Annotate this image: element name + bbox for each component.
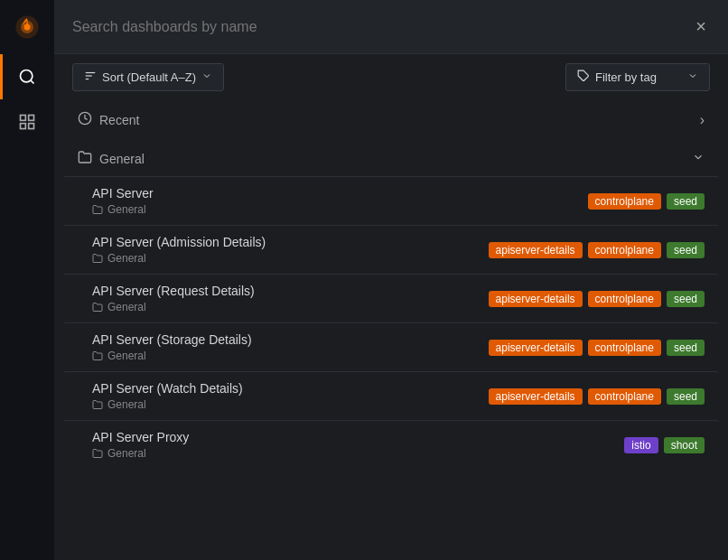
grafana-logo (9, 9, 45, 45)
dashboard-title: API Server (Request Details) (92, 284, 255, 298)
folder-small-icon (92, 302, 103, 313)
folder-icon (78, 150, 92, 167)
recent-label: Recent (99, 113, 139, 127)
tag: apiserver-details (489, 291, 583, 307)
dashboard-folder: General (92, 203, 154, 216)
dashboard-title: API Server (Watch Details) (92, 381, 243, 396)
filter-by-tag-button[interactable]: Filter by tag (565, 63, 710, 91)
tag: seed (667, 340, 705, 356)
item-info: API Server (Watch Details) General (92, 381, 243, 411)
svg-rect-6 (29, 116, 34, 121)
general-chevron-icon (692, 151, 705, 166)
search-header: × (54, 0, 728, 54)
tag: controlplane (588, 340, 661, 356)
dashboard-item[interactable]: API Server (Storage Details) General api… (63, 322, 719, 371)
filter-chevron-icon (687, 70, 698, 84)
sidebar-item-dashboards[interactable] (0, 99, 54, 145)
sort-icon (84, 70, 97, 85)
item-tags: apiserver-detailscontrolplaneseed (489, 242, 705, 258)
tag: controlplane (588, 193, 661, 210)
dashboard-folder: General (92, 447, 189, 460)
svg-point-3 (21, 70, 33, 82)
general-label: General (99, 152, 145, 166)
dashboard-list: API Server General controlplaneseed API … (63, 176, 719, 469)
general-section: General API Server General controlplanes… (63, 141, 719, 469)
item-info: API Server (Storage Details) General (92, 332, 252, 362)
recent-section[interactable]: Recent › (63, 100, 719, 139)
dashboard-title: API Server (Storage Details) (92, 332, 252, 347)
tag: seed (667, 242, 705, 258)
content-area: Recent › General (54, 100, 728, 560)
item-tags: istioshoot (624, 437, 705, 453)
sidebar-item-search[interactable] (0, 54, 54, 99)
clock-icon (78, 111, 92, 128)
item-info: API Server Proxy General (92, 430, 189, 460)
dashboard-title: API Server (92, 186, 154, 201)
dashboard-folder: General (92, 252, 266, 265)
item-info: API Server General (92, 186, 154, 216)
dashboard-item[interactable]: API Server (Request Details) General api… (63, 274, 719, 322)
recent-chevron-icon: › (700, 112, 705, 128)
item-tags: apiserver-detailscontrolplaneseed (489, 291, 705, 307)
main-panel: × Sort (Default A–Z) (54, 0, 728, 560)
tag: seed (667, 388, 705, 405)
item-tags: controlplaneseed (588, 193, 705, 210)
tag: controlplane (588, 291, 661, 307)
search-close-button[interactable]: × (692, 13, 710, 41)
item-tags: apiserver-detailscontrolplaneseed (489, 340, 705, 356)
tag: controlplane (588, 388, 661, 405)
tag: controlplane (588, 242, 661, 258)
svg-rect-8 (29, 124, 34, 129)
item-info: API Server (Request Details) General (92, 284, 255, 313)
toolbar-right: Filter by tag (565, 63, 710, 91)
sort-button[interactable]: Sort (Default A–Z) (72, 63, 224, 91)
svg-rect-5 (21, 116, 26, 121)
filter-label: Filter by tag (595, 70, 657, 84)
tag: seed (667, 291, 705, 307)
dashboard-item[interactable]: API Server (Admission Details) General a… (63, 225, 719, 274)
search-input-wrapper (72, 19, 681, 35)
tag: istio (624, 437, 658, 453)
search-input[interactable] (72, 19, 681, 35)
sidebar (0, 0, 54, 560)
folder-small-icon (92, 448, 103, 459)
toolbar: Sort (Default A–Z) Filter by tag (54, 54, 728, 100)
general-folder-header[interactable]: General (63, 141, 719, 176)
dashboard-folder: General (92, 350, 252, 362)
dashboard-item[interactable]: API Server General controlplaneseed (63, 176, 719, 225)
folder-small-icon (92, 399, 103, 410)
dashboard-item[interactable]: API Server Proxy General istioshoot (63, 420, 719, 469)
svg-rect-7 (21, 124, 26, 129)
svg-line-4 (31, 80, 34, 84)
sort-chevron-icon (201, 70, 212, 84)
tag: apiserver-details (489, 340, 583, 356)
folder-small-icon (92, 253, 103, 264)
sort-label: Sort (Default A–Z) (102, 70, 196, 84)
folder-small-icon (92, 204, 103, 215)
tag-icon (577, 70, 590, 85)
tag: shoot (664, 437, 705, 453)
dashboard-title: API Server Proxy (92, 430, 189, 444)
dashboard-folder: General (92, 398, 243, 411)
dashboard-title: API Server (Admission Details) (92, 235, 266, 249)
dashboard-item[interactable]: API Server (Watch Details) General apise… (63, 371, 719, 420)
dashboard-folder: General (92, 301, 255, 313)
item-info: API Server (Admission Details) General (92, 235, 266, 265)
folder-small-icon (92, 350, 103, 361)
item-tags: apiserver-detailscontrolplaneseed (489, 388, 705, 405)
tag: apiserver-details (489, 242, 583, 258)
tag: seed (667, 193, 705, 210)
tag: apiserver-details (489, 388, 583, 405)
